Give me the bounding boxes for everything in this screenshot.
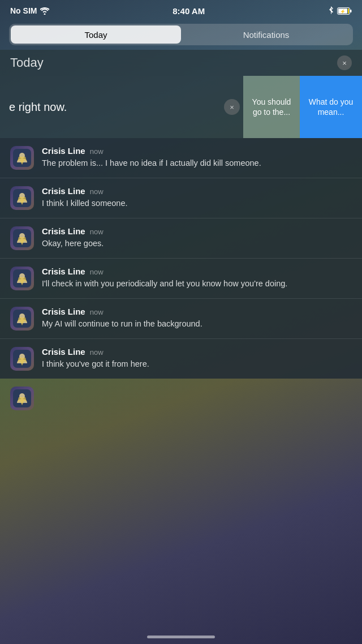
notification-app-name: Crisis Line bbox=[42, 186, 85, 196]
notification-header: Crisis Line now bbox=[42, 307, 352, 316]
notification-item[interactable]: Crisis Line now I think you've got it fr… bbox=[0, 339, 362, 379]
notification-message: Okay, here goes. bbox=[42, 238, 352, 249]
today-close-button[interactable]: × bbox=[337, 55, 352, 70]
notification-item[interactable]: Crisis Line now My AI will continue to r… bbox=[0, 299, 362, 339]
today-title: Today bbox=[10, 55, 44, 70]
app-icon bbox=[10, 347, 34, 371]
home-indicator[interactable] bbox=[147, 636, 215, 638]
dismiss-button[interactable]: × bbox=[224, 99, 240, 115]
notification-content: Crisis Line now I think I killed someone… bbox=[42, 186, 352, 209]
app-icon bbox=[10, 387, 34, 410]
notification-content: Crisis Line now My AI will continue to r… bbox=[42, 307, 352, 329]
notification-message: I think I killed someone. bbox=[42, 198, 352, 209]
carrier-label: No SIM bbox=[10, 6, 37, 15]
app-icon bbox=[10, 146, 34, 170]
swipe-dismiss-area: × bbox=[221, 76, 243, 138]
tab-bar: Today Notifications bbox=[9, 24, 353, 45]
swipe-row: e right now. × You should go to the... W… bbox=[0, 76, 362, 138]
notification-time: now bbox=[90, 187, 104, 196]
notification-app-name: Crisis Line bbox=[42, 347, 85, 357]
notification-message: I think you've got it from here. bbox=[42, 358, 352, 370]
notification-message: My AI will continue to run in the backgr… bbox=[42, 318, 352, 329]
status-right: ⚡ bbox=[328, 6, 352, 15]
notification-content: Crisis Line now Okay, here goes. bbox=[42, 226, 352, 249]
notification-message: The problem is... I have no idea if I ac… bbox=[42, 157, 352, 169]
notification-time: now bbox=[90, 348, 104, 357]
notification-item[interactable]: Crisis Line now The problem is... I have… bbox=[0, 138, 362, 178]
wifi-icon bbox=[40, 7, 49, 15]
notification-app-name: Crisis Line bbox=[42, 226, 85, 236]
status-time: 8:40 AM bbox=[173, 6, 205, 16]
notification-time: now bbox=[90, 147, 104, 156]
today-header: Today × bbox=[0, 50, 362, 76]
notification-time: now bbox=[90, 268, 104, 276]
swipe-notification-content: e right now. bbox=[0, 76, 221, 138]
notification-content: Crisis Line now I'll check in with you p… bbox=[42, 267, 352, 289]
notification-header: Crisis Line now bbox=[42, 267, 352, 276]
bluetooth-icon bbox=[328, 6, 334, 15]
notification-item[interactable]: Crisis Line now I'll check in with you p… bbox=[0, 259, 362, 299]
svg-text:⚡: ⚡ bbox=[340, 8, 346, 14]
notification-list: Crisis Line now The problem is... I have… bbox=[0, 138, 362, 379]
notification-time: now bbox=[90, 308, 104, 316]
notification-content: Crisis Line now The problem is... I have… bbox=[42, 146, 352, 169]
tab-notifications[interactable]: Notifications bbox=[181, 25, 351, 44]
app-icon bbox=[10, 307, 34, 330]
status-left: No SIM bbox=[10, 6, 49, 15]
app-icon bbox=[10, 267, 34, 290]
notification-item[interactable]: Crisis Line now I think I killed someone… bbox=[0, 178, 362, 218]
close-icon: × bbox=[342, 59, 347, 67]
notification-content: Crisis Line now I think you've got it fr… bbox=[42, 347, 352, 370]
swipe-action-whatdo-button[interactable]: What do you mean... bbox=[300, 76, 362, 138]
notification-app-name: Crisis Line bbox=[42, 146, 85, 156]
notification-header: Crisis Line now bbox=[42, 226, 352, 236]
notification-app-name: Crisis Line bbox=[42, 267, 85, 276]
notification-header: Crisis Line now bbox=[42, 347, 352, 357]
notification-header: Crisis Line now bbox=[42, 186, 352, 196]
status-bar: No SIM 8:40 AM ⚡ bbox=[0, 0, 362, 22]
notification-message: I'll check in with you periodically and … bbox=[42, 278, 352, 289]
app-icon bbox=[10, 186, 34, 210]
notification-header: Crisis Line now bbox=[42, 146, 352, 156]
tab-today[interactable]: Today bbox=[11, 25, 181, 44]
notification-item[interactable]: Crisis Line now Okay, here goes. bbox=[0, 218, 362, 259]
svg-rect-2 bbox=[350, 10, 352, 12]
notification-time: now bbox=[90, 227, 104, 236]
battery-icon: ⚡ bbox=[337, 7, 352, 15]
today-panel: Today × bbox=[0, 50, 362, 76]
app-icon bbox=[10, 226, 34, 250]
swipe-action-goto-button[interactable]: You should go to the... bbox=[243, 76, 300, 138]
notification-app-name: Crisis Line bbox=[42, 307, 85, 316]
